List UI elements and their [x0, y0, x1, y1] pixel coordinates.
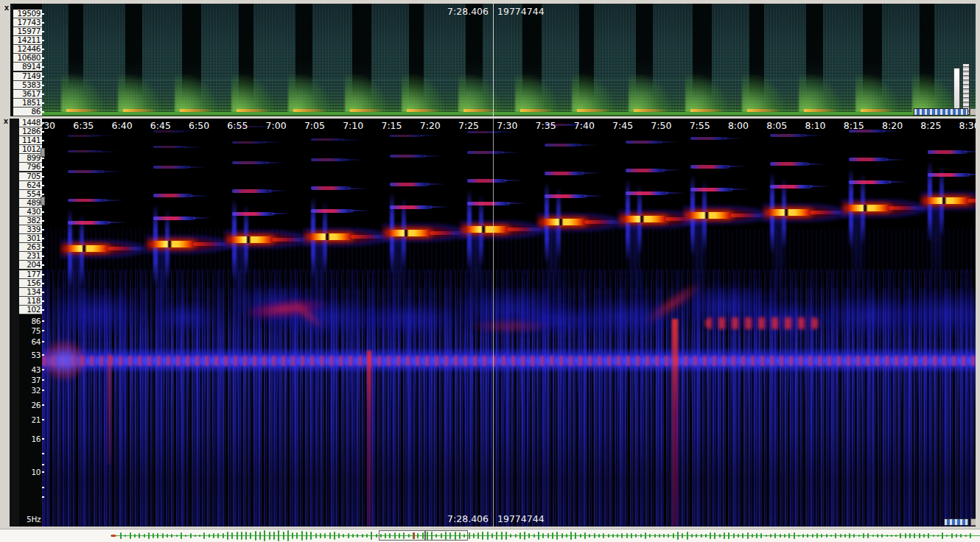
waveform-spike	[473, 533, 475, 538]
call-harmonic-tail	[665, 192, 685, 194]
scale-thumb-marker[interactable]	[41, 148, 45, 157]
vertical-zoom-slider[interactable]	[953, 68, 960, 110]
waveform-spike	[914, 533, 915, 538]
scroll-strip-bottom[interactable]	[10, 119, 20, 527]
call-harmonic-line	[770, 185, 813, 189]
corner-resize-button-bottom[interactable]	[970, 518, 976, 526]
call-harmonic-line	[849, 180, 892, 184]
waveform-spike	[338, 533, 340, 538]
frequency-scale-top[interactable]: 1950917743159771421112446106808914714953…	[13, 4, 42, 116]
waveform-spike	[784, 534, 785, 538]
call-harmonic-tail	[348, 188, 367, 189]
call-tail	[584, 220, 623, 224]
call-harmonic-line	[311, 186, 351, 189]
freq-tick-label-bottom: 26	[31, 401, 41, 409]
waveform-spike	[844, 534, 846, 537]
waveform-spike	[626, 533, 628, 538]
waveform-spike	[306, 532, 307, 539]
time-tick-label: 8:30	[959, 120, 976, 131]
waveform-spike	[237, 532, 238, 541]
time-tick-label: 8:00	[728, 120, 749, 131]
freq-tick-mark-bottom	[42, 140, 44, 141]
call-harmonic-tail	[724, 138, 743, 139]
waveform-spike	[812, 534, 813, 537]
call-harmonic-tail	[581, 172, 601, 174]
call-harmonic-tail	[584, 195, 603, 197]
waveform-spike	[292, 532, 293, 540]
freq-tick-label-top: 86	[13, 108, 42, 116]
waveform-spike	[469, 532, 470, 539]
scale-thumb-marker[interactable]	[41, 197, 45, 205]
freq-tick-mark-bottom	[42, 404, 44, 406]
time-tick-label: 7:40	[574, 120, 595, 131]
waveform-spike	[255, 531, 256, 541]
time-tick-label: 7:20	[420, 120, 441, 131]
call-harmonic-line	[68, 150, 102, 152]
freq-tick-mark-bottom	[42, 283, 44, 284]
call-harmonic-line	[311, 209, 354, 213]
horizontal-zoom-bar-bottom[interactable]	[944, 518, 969, 526]
waveform-spike	[863, 533, 864, 538]
waveform-spike	[264, 530, 265, 541]
waveform-spike	[867, 533, 869, 538]
call-fundamental-blob	[769, 209, 811, 216]
call-harmonic-line	[690, 165, 730, 168]
waveform-spike	[933, 535, 934, 538]
call-harmonic-tail	[263, 141, 282, 143]
waveform-spike	[491, 533, 493, 538]
waveform-spike	[598, 534, 600, 537]
call-harmonic-tail	[965, 151, 976, 152]
horizontal-zoom-bar-top[interactable]	[914, 108, 968, 116]
waveform-spike	[821, 534, 822, 537]
corner-resize-button-top[interactable]	[970, 108, 976, 116]
call-harmonic-line	[545, 144, 581, 147]
waveform-spike	[223, 533, 224, 538]
freq-tick-label-bottom: 796	[19, 163, 42, 172]
waveform-spike	[923, 534, 925, 538]
vertical-scrollbar[interactable]	[962, 63, 970, 115]
time-tick-label: 7:30	[497, 120, 517, 131]
freq-tick-label-bottom: 75	[31, 327, 41, 335]
frequency-scale-bottom[interactable]: 5Hz 144812861141101289979670562455448943…	[19, 119, 42, 527]
call-harmonic-tail	[507, 203, 526, 204]
waveform-spike	[696, 534, 697, 538]
waveform-spike	[538, 532, 539, 540]
selection-box-1[interactable]	[379, 530, 425, 541]
green-energy-wedge	[231, 74, 274, 113]
freq-tick-mark-minor	[42, 453, 44, 454]
waveform-spike	[649, 534, 651, 537]
waveform-spike	[570, 532, 572, 540]
spectrogram-canvas-top[interactable]: 7:28.406 19774744	[42, 4, 976, 116]
waveform-spike	[320, 533, 321, 539]
call-harmonic-tail	[807, 163, 826, 165]
freq-tick-label-bottom: 86	[31, 317, 41, 325]
freq-tick-label-top: 7149	[13, 72, 42, 81]
time-tick-label: 7:05	[304, 120, 325, 131]
waveform-overview-strip[interactable]	[0, 529, 980, 542]
call-harmonic-tail	[501, 152, 520, 153]
freq-tick-label-bottom: 53	[31, 351, 41, 359]
call-harmonic-tail	[421, 135, 440, 136]
time-tick-label: 7:50	[651, 120, 671, 131]
call-fundamental-blob	[466, 226, 508, 233]
waveform-spike	[752, 534, 753, 538]
call-harmonic-tail	[886, 159, 905, 161]
waveform-spike	[770, 534, 771, 538]
waveform-spike	[561, 533, 563, 538]
call-harmonic-line	[467, 151, 504, 154]
selection-box-2[interactable]	[425, 530, 468, 541]
freq-tick-mark-bottom	[42, 438, 44, 440]
waveform-spike	[909, 533, 911, 538]
spectrogram-panel-top: 1950917743159771421112446106808914714953…	[10, 4, 977, 116]
waveform-spike	[283, 532, 284, 539]
spectrogram-canvas-bottom[interactable]: 7:28.406 19774744 6:306:356:406:456:506:…	[42, 119, 976, 527]
cursor-time-readout-top: 7:28.406	[42, 6, 489, 17]
waveform-spike	[788, 533, 790, 538]
call-harmonic-line	[928, 150, 967, 153]
freq-tick-label-bottom: 32	[31, 387, 41, 395]
freq-tick-label-bottom: 624	[19, 181, 42, 190]
green-energy-wedge	[855, 74, 898, 113]
call-fundamental-blob	[847, 205, 890, 211]
waveform-spike	[301, 531, 303, 541]
waveform-spike	[970, 533, 971, 538]
